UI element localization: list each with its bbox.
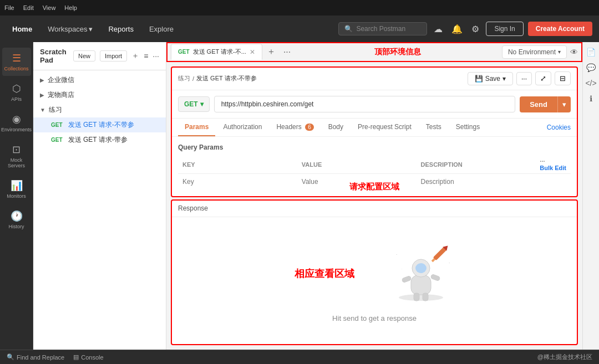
- add-tab-button[interactable]: ＋: [263, 45, 279, 59]
- menu-view[interactable]: View: [43, 4, 56, 11]
- sidebar-item-apis[interactable]: ⬡ APIs: [2, 78, 31, 106]
- tab-headers[interactable]: Headers 6: [270, 119, 320, 136]
- chevron-right-icon: ▶: [40, 92, 44, 98]
- request-method: GET: [51, 137, 63, 143]
- info-icon[interactable]: ℹ: [590, 94, 592, 103]
- collection-item[interactable]: ▶ 宠物商店: [33, 88, 166, 102]
- expand-button[interactable]: ⤢: [535, 71, 551, 85]
- save-dropdown-icon: ▾: [502, 75, 506, 83]
- sidebar-item-environments[interactable]: ◉ Environments: [2, 109, 31, 137]
- params-section: Query Params KEY VALUE DESCRIPTION ··· B…: [171, 137, 577, 197]
- split-view-button[interactable]: ⊟: [555, 71, 571, 85]
- svg-text:·: ·: [396, 252, 397, 257]
- menu-edit[interactable]: Edit: [23, 4, 34, 11]
- request-name: 发送 GET 请求-带参: [68, 135, 128, 145]
- sidebar: ☰ Collections ⬡ APIs ◉ Environments ⊡ Mo…: [0, 42, 33, 350]
- more-tabs-button[interactable]: ···: [280, 46, 294, 58]
- svg-point-3: [415, 263, 427, 273]
- environments-icon: ◉: [12, 113, 21, 125]
- method-label: GET: [184, 100, 198, 108]
- sidebar-item-mock-servers[interactable]: ⊡ Mock Servers: [2, 139, 31, 173]
- collection-options-icon[interactable]: ≡: [144, 52, 148, 60]
- save-icon: 💾: [475, 75, 483, 83]
- svg-rect-6: [414, 293, 419, 301]
- params-table: KEY VALUE DESCRIPTION ··· Bulk Edit: [178, 156, 571, 190]
- env-name: No Environment: [508, 48, 556, 56]
- chevron-right-icon: ▶: [40, 77, 44, 83]
- request-header: 练习 / 发送 GET 请求-不带参 💾 Save ▾ ··· ⤢ ⊟: [171, 67, 577, 90]
- response-content: 相应查看区域: [295, 239, 454, 307]
- more-options-icon[interactable]: ···: [540, 158, 545, 165]
- method-selector[interactable]: GET ▾: [178, 96, 210, 112]
- tab-annotation: 顶部环境信息: [374, 47, 421, 57]
- nav-workspaces[interactable]: Workspaces ▾: [42, 23, 98, 35]
- mock-servers-icon: ⊡: [12, 143, 21, 156]
- response-header: Response: [171, 200, 577, 217]
- new-button[interactable]: New: [73, 50, 95, 61]
- response-illustration: · · ·: [388, 239, 454, 307]
- more-options-button[interactable]: ···: [516, 72, 532, 85]
- add-collection-icon[interactable]: ＋: [131, 51, 139, 61]
- close-tab-icon[interactable]: ✕: [250, 48, 255, 56]
- value-input[interactable]: [302, 176, 412, 188]
- panel-title: Scratch Pad: [40, 48, 73, 64]
- environment-selector: No Environment ▾ 👁: [502, 45, 578, 59]
- tab-body[interactable]: Body: [322, 119, 350, 136]
- send-button[interactable]: Send: [520, 96, 557, 112]
- content-area: GET 发送 GET 请求-不... ✕ ＋ ··· 顶部环境信息 No Env…: [166, 42, 582, 350]
- env-settings-icon[interactable]: 👁: [570, 48, 578, 57]
- url-input[interactable]: [214, 96, 516, 112]
- svg-rect-1: [411, 275, 431, 295]
- request-method: GET: [51, 122, 63, 128]
- cloud-icon[interactable]: ☁: [432, 22, 445, 37]
- create-account-button[interactable]: Create Account: [528, 22, 592, 36]
- collection-item[interactable]: ▶ 企业微信: [33, 73, 166, 88]
- request-item-selected[interactable]: GET 发送 GET 请求-不带参: [33, 117, 166, 132]
- nav-reports[interactable]: Reports: [103, 23, 139, 35]
- tab-params[interactable]: Params: [178, 119, 215, 136]
- settings-icon[interactable]: ⚙: [469, 22, 481, 37]
- bulk-edit-button[interactable]: Bulk Edit: [540, 165, 566, 171]
- collection-name: 企业微信: [48, 75, 74, 85]
- collection-name: 练习: [49, 105, 62, 115]
- sidebar-item-history[interactable]: 🕐 History: [2, 206, 31, 234]
- console-icon: ▤: [73, 353, 79, 361]
- env-dropdown[interactable]: No Environment ▾: [502, 45, 567, 59]
- save-button[interactable]: 💾 Save ▾: [468, 72, 513, 85]
- send-dropdown-button[interactable]: ▾: [557, 96, 571, 112]
- tab-authorization[interactable]: Authorization: [216, 119, 268, 136]
- col-description: DESCRIPTION: [417, 156, 536, 174]
- bell-icon[interactable]: 🔔: [449, 22, 465, 37]
- search-icon: 🔍: [344, 25, 353, 33]
- tab-settings[interactable]: Settings: [449, 119, 486, 136]
- tab-pre-request[interactable]: Pre-request Script: [351, 119, 418, 136]
- sidebar-item-monitors[interactable]: 📊 Monitors: [2, 175, 31, 203]
- description-input[interactable]: [421, 176, 531, 188]
- sidebar-item-collections[interactable]: ☰ Collections: [2, 48, 31, 76]
- menu-help[interactable]: Help: [64, 4, 77, 11]
- code-icon[interactable]: </>: [585, 79, 596, 88]
- signin-button[interactable]: Sign In: [486, 22, 523, 36]
- response-annotation: 相应查看区域: [295, 267, 354, 280]
- menu-bar: File Edit View Help: [0, 0, 599, 16]
- docs-icon[interactable]: 📄: [586, 48, 596, 57]
- svg-text:·: ·: [402, 267, 403, 270]
- search-bar[interactable]: 🔍: [338, 22, 427, 35]
- nav-explore[interactable]: Explore: [144, 23, 179, 35]
- menu-file[interactable]: File: [4, 4, 14, 11]
- key-input[interactable]: [182, 176, 293, 188]
- collection-item-expanded[interactable]: ▼ 练习: [33, 102, 166, 117]
- request-tab-active[interactable]: GET 发送 GET 请求-不... ✕: [171, 44, 262, 60]
- import-button[interactable]: Import: [100, 50, 127, 61]
- tab-tests[interactable]: Tests: [419, 119, 448, 136]
- cookies-link[interactable]: Cookies: [547, 124, 571, 131]
- chat-icon[interactable]: 💬: [586, 63, 596, 72]
- request-item[interactable]: GET 发送 GET 请求-带参: [33, 132, 166, 147]
- chevron-down-icon: ▼: [40, 107, 45, 113]
- find-replace-button[interactable]: 🔍 Find and Replace: [7, 353, 64, 361]
- nav-home[interactable]: Home: [7, 23, 38, 35]
- search-input[interactable]: [356, 25, 421, 33]
- more-options-icon[interactable]: ···: [153, 52, 159, 60]
- console-button[interactable]: ▤ Console: [73, 353, 103, 361]
- col-actions: ··· Bulk Edit: [535, 156, 571, 174]
